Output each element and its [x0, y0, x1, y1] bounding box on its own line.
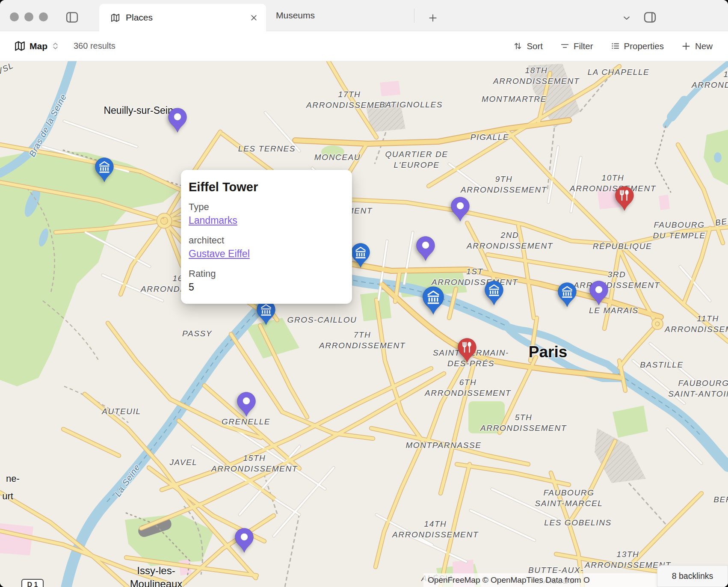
- museum-pin[interactable]: [484, 280, 504, 306]
- map-view[interactable]: Neuilly-sur-SeineVSL17THARRONDISSEMENTBA…: [0, 61, 728, 587]
- landmark-pin[interactable]: [450, 196, 471, 222]
- map-pins-layer: [0, 61, 728, 587]
- view-label: Map: [30, 41, 47, 51]
- tab-divider: [414, 9, 414, 23]
- filter-label: Filter: [574, 41, 593, 51]
- plus-icon: [681, 41, 691, 51]
- plus-icon: [427, 12, 438, 24]
- popup-field-rating: Rating 5: [189, 267, 342, 294]
- tab-list-dropdown-button[interactable]: [620, 11, 633, 25]
- tab-places[interactable]: Places: [99, 4, 266, 31]
- sort-arrows-icon: [513, 41, 523, 51]
- minimize-window-button[interactable]: [24, 12, 33, 21]
- filter-icon: [560, 41, 570, 51]
- close-window-button[interactable]: [10, 12, 19, 21]
- restaurant-pin[interactable]: [457, 337, 477, 364]
- new-label: New: [695, 41, 713, 51]
- museum-pin[interactable]: [350, 242, 371, 269]
- landmark-pin[interactable]: [167, 107, 188, 133]
- tab-museums[interactable]: Museums: [276, 0, 315, 31]
- sort-label: Sort: [527, 41, 543, 51]
- up-down-chevrons-icon: [51, 42, 59, 50]
- backlinks-badge[interactable]: 8 backlinks: [657, 565, 728, 587]
- close-tab-icon[interactable]: [249, 13, 258, 22]
- museum-pin[interactable]: [422, 285, 445, 316]
- sidebar-toggle-button[interactable]: [64, 9, 80, 25]
- map-icon: [14, 40, 26, 52]
- field-label: architect: [189, 234, 342, 247]
- restaurant-pin[interactable]: [614, 185, 635, 212]
- landmark-pin[interactable]: [236, 391, 257, 418]
- view-selector[interactable]: Map: [14, 40, 59, 52]
- field-value-link[interactable]: Gustave Eiffel: [189, 247, 342, 261]
- panel-left-icon: [65, 10, 79, 24]
- view-toolbar: Map 360 results Sort Filter: [0, 31, 728, 61]
- sort-button[interactable]: Sort: [513, 41, 543, 51]
- new-record-button[interactable]: New: [681, 41, 713, 51]
- field-label: Type: [189, 201, 342, 213]
- results-count: 360 results: [74, 41, 115, 51]
- landmark-pin[interactable]: [234, 527, 255, 554]
- properties-label: Properties: [624, 41, 664, 51]
- zoom-window-button[interactable]: [39, 12, 48, 21]
- properties-list-icon: [610, 41, 620, 51]
- chevron-down-icon: [621, 13, 632, 23]
- museum-pin[interactable]: [557, 282, 577, 308]
- new-tab-button[interactable]: [426, 11, 440, 25]
- popup-title: Eiffel Tower: [189, 180, 342, 194]
- tab-places-label: Places: [126, 12, 153, 23]
- tab-museums-label: Museums: [276, 10, 315, 21]
- tab-bar: Places Museums: [0, 0, 728, 31]
- properties-button[interactable]: Properties: [610, 41, 664, 51]
- field-label: Rating: [189, 267, 342, 280]
- panel-right-icon: [643, 10, 657, 24]
- filter-button[interactable]: Filter: [560, 41, 593, 51]
- popup-field-type: Type Landmarks: [189, 201, 342, 228]
- field-value: 5: [189, 280, 342, 294]
- landmark-pin[interactable]: [589, 280, 609, 306]
- map-icon: [110, 13, 120, 23]
- app-window: Places Museums: [0, 0, 728, 587]
- place-popup-card[interactable]: Eiffel Tower Type Landmarks architect Gu…: [181, 170, 352, 304]
- field-value-link[interactable]: Landmarks: [189, 213, 342, 228]
- popup-field-architect: architect Gustave Eiffel: [189, 234, 342, 261]
- landmark-pin[interactable]: [415, 235, 436, 262]
- museum-pin[interactable]: [94, 157, 115, 183]
- window-controls: [10, 12, 48, 21]
- right-panel-toggle-button[interactable]: [642, 9, 658, 25]
